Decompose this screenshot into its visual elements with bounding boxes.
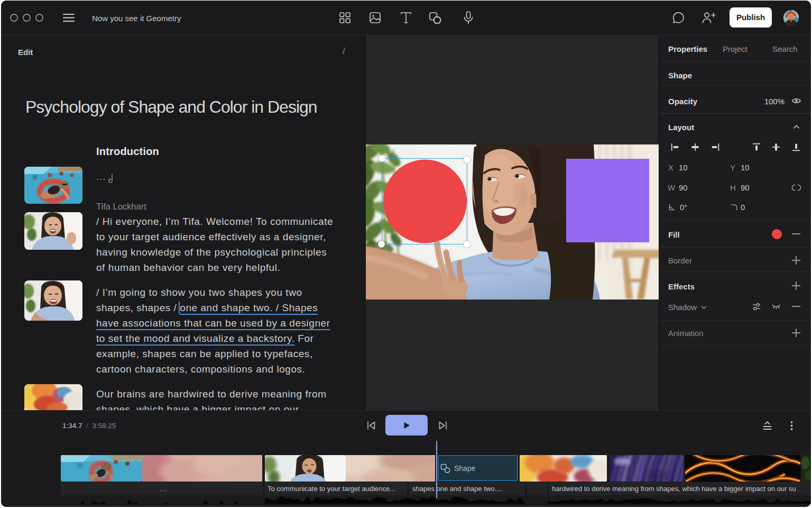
svg-text:Shape: Shape xyxy=(454,464,476,473)
